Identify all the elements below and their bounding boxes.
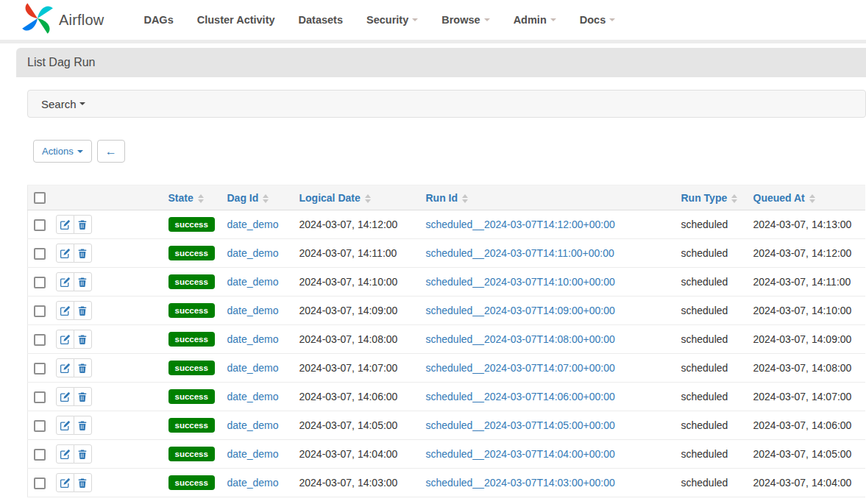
run-id-link[interactable]: scheduled__2024-03-07T14:03:00+00:00	[426, 477, 615, 489]
delete-record-button[interactable]	[74, 387, 92, 406]
queued-at-cell: 2024-03-07, 14:12:00	[748, 239, 865, 268]
column-header-dag-id[interactable]: Dag Id	[221, 185, 294, 210]
column-header-logical-date[interactable]: Logical Date	[294, 185, 420, 210]
edit-record-button[interactable]	[56, 416, 74, 435]
dag-id-link[interactable]: date_demo	[227, 362, 279, 374]
column-header-run-id[interactable]: Run Id	[420, 185, 675, 210]
search-collapse-bar[interactable]: Search	[27, 90, 866, 118]
select-all-checkbox[interactable]	[34, 192, 46, 204]
sort-icon	[365, 194, 371, 203]
column-label: Dag Id	[227, 192, 259, 204]
dag-id-link[interactable]: date_demo	[227, 448, 279, 460]
run-id-link[interactable]: scheduled__2024-03-07T14:05:00+00:00	[426, 419, 615, 431]
run-id-link[interactable]: scheduled__2024-03-07T14:08:00+00:00	[426, 333, 615, 345]
edit-record-button[interactable]	[56, 244, 74, 263]
column-header-run-type[interactable]: Run Type	[675, 185, 748, 210]
row-checkbox[interactable]	[34, 334, 46, 346]
edit-record-button[interactable]	[56, 301, 74, 320]
row-select-cell	[28, 210, 50, 239]
delete-record-button[interactable]	[74, 330, 92, 349]
run-id-cell: scheduled__2024-03-07T14:12:00+00:00	[420, 210, 675, 239]
column-label: Run Type	[681, 192, 728, 204]
dag-id-cell: date_demo	[221, 239, 294, 268]
airflow-brand[interactable]: Airflow	[21, 1, 104, 38]
nav-cluster-activity[interactable]: Cluster Activity	[185, 14, 287, 26]
queued-at-cell: 2024-03-07, 14:08:00	[748, 354, 865, 383]
delete-record-button[interactable]	[74, 358, 92, 377]
airflow-logo-icon	[21, 1, 54, 38]
chevron-down-icon	[550, 18, 556, 21]
row-checkbox[interactable]	[34, 449, 46, 461]
edit-record-button[interactable]	[56, 387, 74, 406]
run-id-link[interactable]: scheduled__2024-03-07T14:07:00+00:00	[426, 362, 615, 374]
delete-record-button[interactable]	[74, 444, 92, 464]
run-id-link[interactable]: scheduled__2024-03-07T14:11:00+00:00	[426, 247, 614, 259]
delete-record-button[interactable]	[74, 272, 92, 291]
dag-id-link[interactable]: date_demo	[227, 305, 279, 316]
actions-dropdown-button[interactable]: Actions	[33, 140, 92, 163]
row-checkbox[interactable]	[34, 248, 46, 260]
column-header-state[interactable]: State	[163, 185, 221, 210]
row-checkbox[interactable]	[34, 420, 46, 432]
run-id-cell: scheduled__2024-03-07T14:10:00+00:00	[420, 268, 675, 297]
delete-record-button[interactable]	[74, 416, 92, 435]
nav-admin[interactable]: Admin	[502, 14, 568, 26]
delete-record-button[interactable]	[74, 215, 92, 234]
row-checkbox[interactable]	[34, 478, 46, 489]
edit-record-button[interactable]	[56, 444, 74, 464]
row-actions-cell	[50, 411, 163, 440]
run-id-link[interactable]: scheduled__2024-03-07T14:09:00+00:00	[426, 305, 615, 316]
page-title: List Dag Run	[16, 48, 866, 77]
logical-date-cell: 2024-03-07, 14:04:00	[294, 440, 420, 469]
run-id-cell: scheduled__2024-03-07T14:11:00+00:00	[420, 239, 675, 268]
sort-icon	[263, 194, 269, 203]
row-checkbox[interactable]	[34, 277, 46, 288]
delete-record-button[interactable]	[74, 244, 92, 263]
dag-id-cell: date_demo	[221, 440, 294, 469]
column-header-queued-at[interactable]: Queued At	[748, 185, 865, 210]
logical-date-cell: 2024-03-07, 14:12:00	[294, 210, 420, 239]
edit-record-button[interactable]	[56, 272, 74, 291]
status-badge: success	[168, 303, 215, 318]
table-row: success date_demo 2024-03-07, 14:04:00 s…	[28, 440, 865, 469]
edit-record-button[interactable]	[56, 358, 74, 377]
row-checkbox[interactable]	[34, 391, 46, 403]
back-button[interactable]: ←	[97, 140, 125, 163]
run-id-link[interactable]: scheduled__2024-03-07T14:10:00+00:00	[426, 276, 615, 288]
dag-id-link[interactable]: date_demo	[227, 219, 279, 230]
edit-record-button[interactable]	[56, 330, 74, 349]
row-select-cell	[28, 411, 50, 440]
dag-id-link[interactable]: date_demo	[227, 247, 279, 259]
row-checkbox[interactable]	[34, 219, 46, 231]
nav-browse[interactable]: Browse	[430, 14, 501, 26]
dag-id-link[interactable]: date_demo	[227, 419, 279, 431]
logical-date-cell: 2024-03-07, 14:08:00	[294, 325, 420, 354]
run-id-link[interactable]: scheduled__2024-03-07T14:06:00+00:00	[426, 391, 615, 402]
edit-record-button[interactable]	[56, 473, 74, 492]
dag-id-link[interactable]: date_demo	[227, 276, 279, 288]
nav-docs[interactable]: Docs	[568, 14, 627, 26]
dag-id-link[interactable]: date_demo	[227, 391, 279, 402]
delete-record-button[interactable]	[74, 473, 92, 492]
dag-id-link[interactable]: date_demo	[227, 477, 279, 489]
run-id-link[interactable]: scheduled__2024-03-07T14:04:00+00:00	[426, 448, 615, 460]
delete-record-button[interactable]	[74, 301, 92, 320]
row-actions-cell	[50, 210, 163, 239]
dag-id-cell: date_demo	[221, 210, 294, 239]
row-select-cell	[28, 239, 50, 268]
dag-id-link[interactable]: date_demo	[227, 333, 279, 345]
row-checkbox[interactable]	[34, 363, 46, 375]
row-actions-cell	[50, 469, 163, 497]
nav-dags[interactable]: DAGs	[132, 14, 185, 26]
run-type-cell: scheduled	[675, 411, 748, 440]
table-row: success date_demo 2024-03-07, 14:10:00 s…	[28, 268, 865, 297]
queued-at-cell: 2024-03-07, 14:10:00	[748, 297, 865, 325]
table-row: success date_demo 2024-03-07, 14:09:00 s…	[28, 297, 865, 325]
table-body: success date_demo 2024-03-07, 14:12:00 s…	[28, 210, 865, 497]
run-id-link[interactable]: scheduled__2024-03-07T14:12:00+00:00	[426, 219, 615, 230]
logical-date-cell: 2024-03-07, 14:03:00	[294, 469, 420, 497]
nav-security[interactable]: Security	[355, 14, 430, 26]
row-checkbox[interactable]	[34, 305, 46, 317]
nav-datasets[interactable]: Datasets	[287, 14, 355, 26]
edit-record-button[interactable]	[56, 215, 74, 234]
